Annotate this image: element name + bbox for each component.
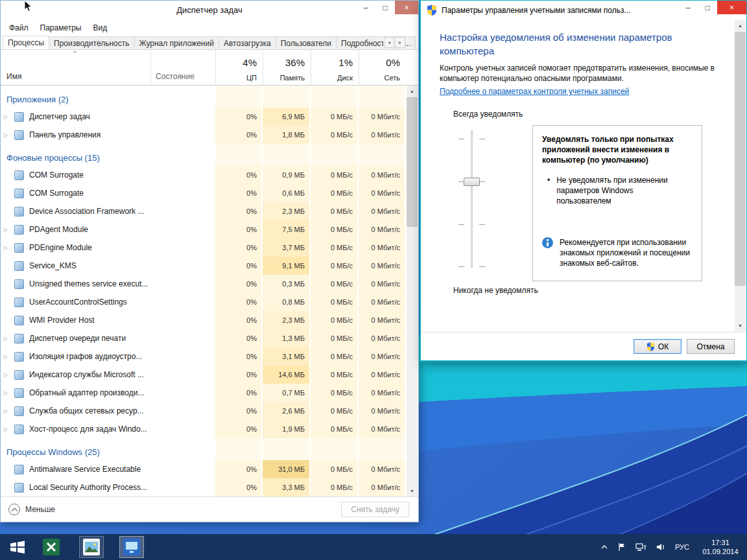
process-name-cell: Service_KMS	[1, 257, 149, 275]
tab-scroll-right-button[interactable]: ▸	[395, 37, 405, 48]
disk-column-label: Диск	[337, 74, 353, 82]
task-manager-titlebar[interactable]: Диспетчер задач – □ ×	[1, 1, 418, 20]
expander-icon[interactable]: ▷	[4, 371, 14, 378]
expander-icon[interactable]: ▷	[4, 226, 14, 233]
volume-icon[interactable]	[656, 543, 665, 551]
bullet-icon: •	[547, 175, 550, 206]
end-task-button[interactable]: Снять задачу	[341, 502, 409, 517]
process-row[interactable]: ▷Индексатор службы Microsoft ...0%14,6 М…	[1, 366, 407, 384]
process-row[interactable]: ▷Диспетчер очереди печати0%1,3 МБ0 МБ/с0…	[1, 329, 407, 347]
process-name-cell: Antimalware Service Executable	[1, 460, 149, 478]
column-header-network[interactable]: 0% Сеть	[359, 50, 405, 85]
disk-cell: 0 МБ/с	[311, 478, 357, 496]
scroll-down-button[interactable]: ▼	[735, 320, 746, 331]
process-row[interactable]: Service_KMS0%9,1 МБ0 МБ/с0 Мбит/с	[1, 257, 407, 275]
scrollbar-thumb[interactable]	[735, 32, 746, 286]
process-icon	[14, 425, 24, 434]
column-header-name[interactable]: ˆ Имя	[1, 50, 149, 85]
show-hidden-icons-button[interactable]	[600, 544, 608, 550]
cpu-cell: 0%	[215, 126, 261, 144]
language-indicator[interactable]: РУС	[675, 543, 689, 551]
expander-icon	[4, 469, 14, 470]
ok-button[interactable]: ОК	[634, 339, 682, 354]
minimize-button[interactable]: –	[678, 1, 698, 14]
process-row[interactable]: ▷Изоляция графов аудиоустро...0%3,1 МБ0 …	[1, 347, 407, 366]
process-row[interactable]: ▷PDAgent Module0%7,5 МБ0 МБ/с0 Мбит/с	[1, 220, 407, 239]
expander-icon[interactable]: ▷	[4, 132, 14, 138]
process-name-cell: COM Surrogate	[1, 166, 149, 184]
tab[interactable]: Пользователи	[276, 36, 337, 49]
process-group-row[interactable]: Приложения (2)	[1, 86, 407, 108]
maximize-button[interactable]: □	[698, 1, 717, 14]
scroll-up-button[interactable]: ▲	[735, 20, 746, 31]
expander-icon[interactable]: ▷	[4, 244, 14, 251]
start-button[interactable]	[0, 534, 35, 560]
memory-cell: 1,9 МБ	[263, 420, 309, 438]
expander-icon[interactable]: ▷	[4, 408, 14, 414]
process-row[interactable]: Local Security Authority Process...0%3,3…	[1, 478, 407, 496]
column-header-memory[interactable]: 36% Память	[263, 50, 309, 85]
tab[interactable]: Процессы	[3, 36, 49, 50]
expander-icon[interactable]: ▷	[4, 335, 14, 342]
process-list-scrollbar[interactable]: ▲ ▼	[407, 86, 418, 496]
menu-item[interactable]: Вид	[87, 21, 113, 34]
menu-item[interactable]: Файл	[3, 21, 34, 34]
network-cell: 0 Мбит/с	[359, 184, 405, 202]
maximize-button[interactable]: □	[375, 1, 395, 14]
expander-icon[interactable]: ▷	[4, 390, 14, 396]
process-name: WMI Provider Host	[29, 316, 95, 325]
status-cell	[150, 108, 214, 126]
expander-icon[interactable]: ▷	[4, 353, 14, 360]
cancel-button[interactable]: Отмена	[687, 339, 735, 354]
cpu-cell: 0%	[215, 311, 261, 329]
network-icon[interactable]	[635, 543, 646, 552]
disk-cell: 0 МБ/с	[311, 366, 357, 384]
scroll-down-button[interactable]: ▼	[407, 485, 418, 496]
fewer-details-toggle[interactable]: Меньше	[8, 504, 55, 515]
process-row[interactable]: ▷Панель управления0%1,8 МБ0 МБ/с0 Мбит/с	[1, 126, 407, 144]
column-header-disk[interactable]: 1% Диск	[311, 50, 357, 85]
taskbar-app-control-panel[interactable]	[119, 536, 144, 558]
column-header-cpu[interactable]: 4% ЦП	[215, 50, 261, 85]
process-row[interactable]: UserAccountControlSettings0%0,8 МБ0 МБ/с…	[1, 293, 407, 311]
tab-scroll-left-button[interactable]: ◂	[384, 37, 394, 48]
process-name-cell: WMI Provider Host	[1, 311, 149, 329]
cpu-cell: 0%	[215, 384, 261, 402]
slider-handle[interactable]	[464, 178, 480, 186]
slider-track[interactable]	[471, 130, 473, 268]
process-row[interactable]: ▷Диспетчер задач0%6,9 МБ0 МБ/с0 Мбит/с	[1, 108, 407, 126]
tab[interactable]: Журнал приложений	[134, 36, 219, 49]
process-row[interactable]: WMI Provider Host0%2,3 МБ0 МБ/с0 Мбит/с	[1, 311, 407, 329]
scroll-up-button[interactable]: ▲	[407, 86, 418, 97]
column-header-status[interactable]: Состояние	[150, 50, 214, 85]
uac-titlebar[interactable]: Параметры управления учетными записями п…	[421, 1, 746, 19]
process-row[interactable]: COM Surrogate0%0,9 МБ0 МБ/с0 Мбит/с	[1, 166, 407, 184]
scrollbar-thumb[interactable]	[407, 97, 418, 227]
close-button[interactable]: ×	[717, 1, 746, 14]
action-center-flag-icon[interactable]	[618, 542, 626, 552]
status-cell	[150, 438, 214, 460]
menu-item[interactable]: Параметры	[34, 21, 88, 34]
status-cell	[150, 478, 214, 496]
process-row[interactable]: Device Association Framework ...0%2,3 МБ…	[1, 202, 407, 220]
process-group-row[interactable]: Процессы Windows (25)	[1, 438, 407, 460]
process-row[interactable]: ▷Обратный адаптер производи...0%0,7 МБ0 …	[1, 384, 407, 402]
close-button[interactable]: ×	[395, 1, 418, 14]
process-row[interactable]: ▷Служба общих сетевых ресур...0%2,6 МБ0 …	[1, 402, 407, 420]
process-row[interactable]: Antimalware Service Executable0%31,0 МБ0…	[1, 460, 407, 478]
expander-icon[interactable]: ▷	[4, 426, 14, 432]
process-row[interactable]: Unsigned themes service execut...0%0,3 М…	[1, 275, 407, 293]
clock[interactable]: 17:31 01.09.2014	[699, 538, 742, 556]
tab[interactable]: Автозагрузка	[219, 36, 276, 49]
expander-icon[interactable]: ▷	[4, 113, 14, 120]
tab[interactable]: Производительность	[49, 36, 134, 49]
network-cell: 0 Мбит/с	[359, 420, 405, 438]
process-row[interactable]: ▷Хост-процесс для задач Windo...0%1,9 МБ…	[1, 420, 407, 438]
taskbar-app-excel[interactable]	[39, 536, 64, 558]
taskbar-app-photo-viewer[interactable]	[79, 536, 104, 558]
process-row[interactable]: ▷PDEngine Module0%3,7 МБ0 МБ/с0 Мбит/с	[1, 239, 407, 257]
minimize-button[interactable]: –	[356, 1, 375, 14]
process-row[interactable]: COM Surrogate0%0,6 МБ0 МБ/с0 Мбит/с	[1, 184, 407, 202]
uac-scrollbar[interactable]: ▲ ▼	[735, 20, 746, 331]
process-group-row[interactable]: Фоновые процессы (15)	[1, 144, 407, 166]
